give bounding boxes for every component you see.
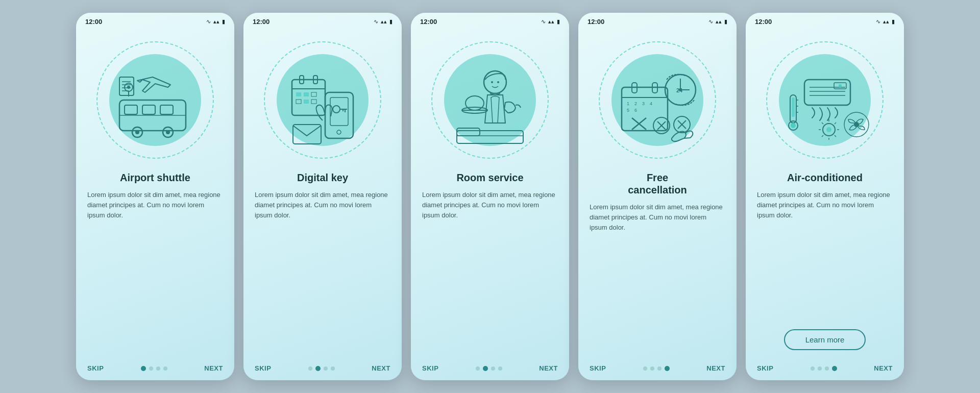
svg-text:5: 5 [627, 108, 629, 113]
bottom-nav-2: SKIP NEXT [243, 359, 402, 380]
status-bar-2: 12:00 ∿ ▴▴ ▮ [243, 13, 402, 29]
svg-rect-24 [292, 80, 325, 115]
illustration-digital-key [243, 29, 402, 171]
svg-point-39 [465, 96, 484, 110]
dot-5-0 [811, 366, 815, 371]
dot-5-1 [818, 366, 822, 371]
skip-button-2[interactable]: SKIP [255, 364, 271, 372]
svg-rect-1 [125, 105, 137, 114]
svg-text:1: 1 [627, 101, 629, 106]
free-cancellation-svg: 1 2 3 4 5 6 24 [606, 49, 708, 151]
wifi-icon-1: ∿ [206, 18, 211, 25]
svg-point-37 [497, 81, 499, 83]
svg-text:24: 24 [676, 87, 683, 93]
bottom-nav-4: SKIP NEXT [578, 359, 737, 380]
desc-airport-shuttle: Lorem ipsum dolor sit dim amet, mea regi… [87, 190, 223, 355]
dots-3 [476, 366, 502, 371]
skip-button-5[interactable]: SKIP [757, 364, 773, 372]
svg-text:3: 3 [642, 101, 645, 106]
status-icons-2: ∿ ▴▴ ▮ [374, 18, 393, 25]
signal-icon-4: ▴▴ [716, 18, 722, 25]
svg-text:2: 2 [634, 101, 637, 106]
dot-2-1 [315, 366, 321, 371]
desc-room-service: Lorem ipsum dolor sit dim amet, mea regi… [422, 190, 558, 355]
status-bar-5: 12:00 ∿ ▴▴ ▮ [746, 13, 904, 29]
illustration-air-conditioned [746, 29, 904, 171]
next-button-5[interactable]: NEXT [874, 364, 893, 372]
svg-text:4: 4 [650, 101, 652, 106]
status-icons-5: ∿ ▴▴ ▮ [876, 18, 895, 25]
battery-icon-2: ▮ [389, 18, 393, 25]
svg-point-76 [791, 123, 796, 128]
svg-point-81 [826, 127, 831, 132]
title-room-service: Room service [422, 171, 558, 184]
svg-rect-32 [304, 100, 309, 104]
skip-button-1[interactable]: SKIP [87, 364, 104, 372]
time-3: 12:00 [420, 18, 437, 26]
svg-rect-29 [304, 92, 309, 96]
wifi-icon-3: ∿ [541, 18, 546, 25]
skip-button-3[interactable]: SKIP [422, 364, 438, 372]
svg-rect-3 [160, 105, 173, 114]
svg-point-72 [839, 84, 842, 87]
svg-rect-33 [311, 100, 316, 104]
content-room-service: Room service Lorem ipsum dolor sit dim a… [411, 171, 569, 359]
battery-icon-3: ▮ [557, 18, 560, 25]
next-button-3[interactable]: NEXT [539, 364, 558, 372]
svg-line-89 [835, 122, 836, 124]
svg-rect-41 [457, 131, 523, 143]
svg-point-5 [135, 130, 139, 134]
status-icons-1: ∿ ▴▴ ▮ [206, 18, 225, 25]
desc-free-cancellation: Lorem ipsum dolor sit dim amet, mea regi… [590, 202, 725, 355]
svg-rect-34 [293, 125, 321, 144]
next-button-2[interactable]: NEXT [372, 364, 390, 372]
svg-rect-31 [296, 100, 301, 104]
dots-1 [141, 366, 167, 371]
dot-1-3 [163, 366, 167, 371]
learn-more-button[interactable]: Learn more [784, 329, 866, 350]
screen-air-conditioned: 12:00 ∿ ▴▴ ▮ [746, 13, 904, 380]
svg-line-88 [822, 135, 823, 137]
dot-1-2 [156, 366, 160, 371]
dot-1-1 [149, 366, 153, 371]
svg-rect-17 [325, 92, 353, 138]
bottom-nav-3: SKIP NEXT [411, 359, 569, 380]
next-button-1[interactable]: NEXT [204, 364, 223, 372]
dots-2 [308, 366, 335, 371]
dot-4-0 [643, 366, 647, 371]
dot-4-2 [657, 366, 662, 371]
next-button-4[interactable]: NEXT [706, 364, 725, 372]
status-bar-3: 12:00 ∿ ▴▴ ▮ [411, 13, 569, 29]
signal-icon-1: ▴▴ [213, 18, 219, 25]
content-free-cancellation: Free cancellation Lorem ipsum dolor sit … [578, 171, 737, 359]
time-2: 12:00 [253, 18, 270, 26]
screen-digital-key: 12:00 ∿ ▴▴ ▮ [243, 13, 402, 380]
desc-digital-key: Lorem ipsum dolor sit dim amet, mea regi… [255, 190, 390, 355]
signal-icon-3: ▴▴ [548, 18, 554, 25]
svg-rect-42 [457, 128, 480, 136]
svg-rect-67 [804, 80, 850, 105]
screen-room-service: 12:00 ∿ ▴▴ ▮ [411, 13, 569, 380]
svg-rect-28 [296, 92, 301, 96]
dots-5 [811, 366, 837, 371]
dot-2-2 [324, 366, 328, 371]
dot-3-2 [491, 366, 495, 371]
bottom-nav-5: SKIP NEXT [746, 359, 904, 380]
skip-button-4[interactable]: SKIP [590, 364, 606, 372]
screen-free-cancellation: 12:00 ∿ ▴▴ ▮ 1 2 3 4 5 6 [578, 13, 737, 380]
room-service-svg [439, 49, 541, 151]
svg-rect-74 [792, 97, 795, 117]
battery-icon-5: ▮ [892, 18, 895, 25]
svg-point-20 [333, 106, 340, 113]
dot-3-0 [476, 366, 480, 371]
wifi-icon-2: ∿ [374, 18, 378, 25]
svg-rect-2 [142, 105, 155, 114]
svg-point-19 [337, 130, 341, 134]
air-conditioned-svg [774, 49, 876, 151]
content-digital-key: Digital key Lorem ipsum dolor sit dim am… [243, 171, 402, 359]
status-bar-1: 12:00 ∿ ▴▴ ▮ [76, 13, 234, 29]
wifi-icon-5: ∿ [876, 18, 880, 25]
airport-shuttle-svg [104, 49, 206, 151]
dot-2-3 [331, 366, 335, 371]
svg-rect-12 [119, 77, 134, 95]
